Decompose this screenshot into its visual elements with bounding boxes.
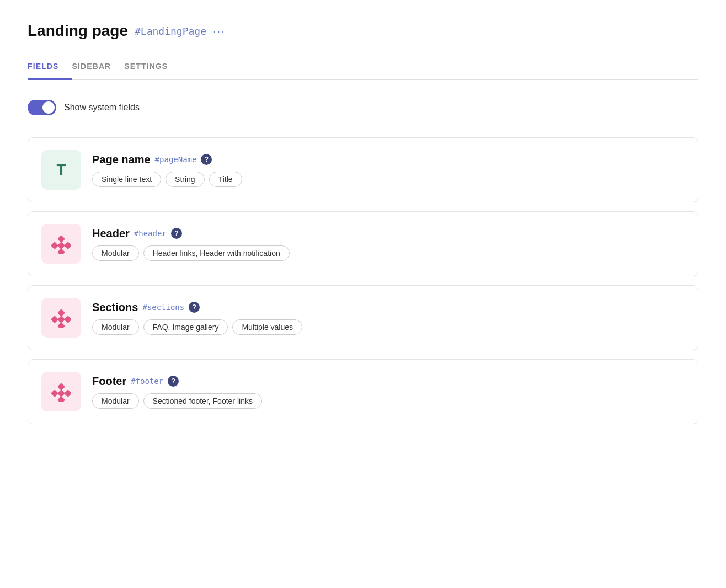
fields-list: T Page name #pageName ? Single line text…: [28, 137, 698, 424]
svg-rect-9: [57, 322, 65, 328]
svg-rect-1: [51, 242, 58, 249]
system-fields-toggle-row: Show system fields: [28, 100, 698, 115]
svg-rect-11: [51, 389, 58, 397]
field-info-sections: Sections #sections ? Modular FAQ, Image …: [92, 301, 685, 335]
svg-rect-6: [51, 316, 58, 323]
field-name-label: Page name: [92, 153, 151, 166]
field-tags-page-name: Single line text String Title: [92, 172, 685, 187]
tag-header-links: Header links, Header with notification: [143, 245, 290, 261]
system-fields-toggle[interactable]: [28, 100, 56, 115]
tab-settings[interactable]: SETTINGS: [124, 55, 181, 80]
field-tags-sections: Modular FAQ, Image gallery Multiple valu…: [92, 319, 685, 335]
field-tags-header: Modular Header links, Header with notifi…: [92, 245, 685, 261]
field-name-row-header: Header #header ?: [92, 227, 685, 240]
tag-modular-footer: Modular: [92, 393, 139, 409]
field-icon-footer: [41, 372, 81, 411]
toggle-thumb: [42, 101, 55, 114]
field-card-page-name[interactable]: T Page name #pageName ? Single line text…: [28, 137, 698, 202]
svg-rect-2: [57, 242, 65, 249]
field-icon-page-name: T: [41, 150, 81, 190]
page-header: Landing page #LandingPage ···: [28, 22, 698, 40]
field-name-row-sections: Sections #sections ?: [92, 301, 685, 314]
svg-rect-4: [57, 248, 65, 254]
svg-rect-0: [57, 235, 65, 243]
field-card-sections[interactable]: Sections #sections ? Modular FAQ, Image …: [28, 285, 698, 350]
field-info-header: Header #header ? Modular Header links, H…: [92, 227, 685, 261]
field-name-label-header: Header: [92, 227, 130, 240]
tag-string: String: [166, 172, 205, 187]
tag-title: Title: [209, 172, 242, 187]
page-title: Landing page: [28, 22, 128, 40]
field-card-footer[interactable]: Footer #footer ? Modular Sectioned foote…: [28, 359, 698, 424]
tab-sidebar[interactable]: SIDEBAR: [72, 55, 125, 80]
field-slug-sections: #sections: [142, 303, 184, 312]
tab-fields[interactable]: FIELDS: [28, 55, 72, 80]
field-name-label-sections: Sections: [92, 301, 138, 314]
tag-faq-gallery: FAQ, Image gallery: [143, 319, 228, 335]
svg-rect-14: [57, 396, 65, 402]
field-name-row-footer: Footer #footer ?: [92, 375, 685, 388]
tabs-bar: FIELDS SIDEBAR SETTINGS: [28, 55, 698, 80]
field-card-header[interactable]: Header #header ? Modular Header links, H…: [28, 211, 698, 276]
field-name-row-page-name: Page name #pageName ?: [92, 153, 685, 166]
field-icon-header: [41, 224, 81, 264]
toggle-label: Show system fields: [64, 103, 140, 113]
page-slug: #LandingPage: [135, 25, 206, 37]
field-name-label-footer: Footer: [92, 375, 126, 388]
help-icon-footer[interactable]: ?: [168, 376, 179, 387]
tag-multiple-values: Multiple values: [232, 319, 302, 335]
field-icon-sections: [41, 298, 81, 338]
tag-sectioned-footer: Sectioned footer, Footer links: [143, 393, 262, 409]
svg-rect-3: [64, 242, 71, 249]
svg-rect-12: [57, 389, 65, 397]
field-info-page-name: Page name #pageName ? Single line text S…: [92, 153, 685, 187]
svg-rect-5: [57, 309, 65, 317]
help-icon-sections[interactable]: ?: [189, 302, 200, 313]
field-slug-header: #header: [134, 229, 167, 238]
tag-modular-sections: Modular: [92, 319, 139, 335]
field-slug-page-name: #pageName: [155, 155, 197, 164]
help-icon-header[interactable]: ?: [171, 228, 182, 239]
svg-rect-13: [64, 389, 71, 397]
field-tags-footer: Modular Sectioned footer, Footer links: [92, 393, 685, 409]
field-info-footer: Footer #footer ? Modular Sectioned foote…: [92, 375, 685, 409]
svg-rect-10: [57, 383, 65, 391]
toggle-track: [28, 100, 56, 115]
field-slug-footer: #footer: [131, 377, 163, 386]
more-options-icon[interactable]: ···: [213, 25, 226, 38]
help-icon-page-name[interactable]: ?: [201, 154, 212, 165]
svg-rect-7: [57, 316, 65, 323]
tag-modular-header: Modular: [92, 245, 139, 261]
tag-single-line-text: Single line text: [92, 172, 161, 187]
svg-rect-8: [64, 316, 71, 323]
